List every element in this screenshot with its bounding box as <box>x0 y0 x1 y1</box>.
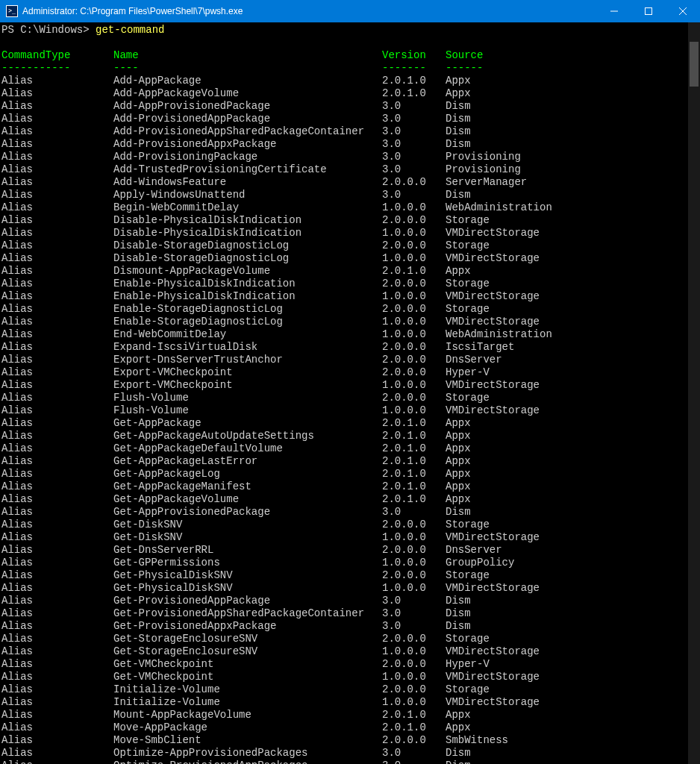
cell-version: 2.0.0.0 <box>382 519 446 531</box>
cell-version: 1.0.0.0 <box>382 201 446 214</box>
terminal-area[interactable]: PS C:\Windows> get-command CommandTypeNa… <box>0 22 700 764</box>
table-row: AliasMount-AppPackageVolume2.0.1.0Appx <box>1 709 700 721</box>
header-underline: ---------------------------- <box>1 62 700 75</box>
cell-type: Alias <box>1 379 113 392</box>
table-row: AliasGet-ProvisionedAppPackage3.0Dism <box>1 595 700 607</box>
cell-source: WebAdministration <box>446 201 552 214</box>
cell-source: VMDirectStorage <box>446 696 540 709</box>
cell-name: Get-PhysicalDiskSNV <box>113 582 382 595</box>
cell-name: Expand-IscsiVirtualDisk <box>113 341 382 354</box>
cell-source: Hyper-V <box>446 658 490 671</box>
cell-version: 2.0.0.0 <box>382 544 446 557</box>
cell-name: Get-DiskSNV <box>113 519 382 531</box>
table-row: AliasOptimize-ProvisionedAppPackages3.0D… <box>1 760 700 764</box>
table-row: AliasGet-DnsServerRRL2.0.0.0DnsServer <box>1 544 700 557</box>
cell-type: Alias <box>1 201 113 214</box>
cell-name: Optimize-ProvisionedAppPackages <box>113 760 382 764</box>
vertical-scrollbar[interactable] <box>688 22 700 764</box>
cell-type: Alias <box>1 75 113 87</box>
table-row: AliasExport-VMCheckpoint2.0.0.0Hyper-V <box>1 366 700 379</box>
cell-source: Dism <box>446 506 471 519</box>
cell-version: 2.0.0.0 <box>382 303 446 316</box>
cell-type: Alias <box>1 278 113 290</box>
cell-version: 2.0.1.0 <box>382 493 446 506</box>
cell-type: Alias <box>1 151 113 163</box>
cell-source: Dism <box>446 113 471 125</box>
cell-name: Move-AppPackage <box>113 721 382 734</box>
header-source: Source <box>446 49 483 62</box>
cell-name: Get-AppPackageLastError <box>113 455 382 468</box>
cell-source: Storage <box>446 278 490 290</box>
cell-source: VMDirectStorage <box>446 252 540 265</box>
cell-type: Alias <box>1 290 113 303</box>
cell-type: Alias <box>1 303 113 316</box>
cell-version: 2.0.1.0 <box>382 75 446 87</box>
cell-type: Alias <box>1 633 113 645</box>
cell-type: Alias <box>1 316 113 328</box>
table-row: AliasExport-VMCheckpoint1.0.0.0VMDirectS… <box>1 379 700 392</box>
cell-type: Alias <box>1 265 113 278</box>
cell-name: Get-PhysicalDiskSNV <box>113 569 382 582</box>
table-row: AliasOptimize-AppProvisionedPackages3.0D… <box>1 747 700 760</box>
cell-version: 2.0.1.0 <box>382 455 446 468</box>
cell-name: Get-ProvisionedAppxPackage <box>113 620 382 633</box>
cell-version: 2.0.0.0 <box>382 341 446 354</box>
cell-name: Get-AppPackageAutoUpdateSettings <box>113 430 382 442</box>
table-row: AliasDismount-AppPackageVolume2.0.1.0App… <box>1 265 700 278</box>
cell-version: 1.0.0.0 <box>382 582 446 595</box>
cell-type: Alias <box>1 468 113 480</box>
cell-version: 3.0 <box>382 138 446 151</box>
table-row: AliasFlush-Volume2.0.0.0Storage <box>1 392 700 404</box>
table-row: AliasDisable-PhysicalDiskIndication2.0.0… <box>1 214 700 227</box>
cell-name: Enable-StorageDiagnosticLog <box>113 316 382 328</box>
table-row: AliasFlush-Volume1.0.0.0VMDirectStorage <box>1 404 700 417</box>
cell-version: 3.0 <box>382 595 446 607</box>
table-row: AliasGet-AppPackageVolume2.0.1.0Appx <box>1 493 700 506</box>
table-row: AliasExpand-IscsiVirtualDisk2.0.0.0Iscsi… <box>1 341 700 354</box>
cell-version: 2.0.0.0 <box>382 734 446 747</box>
cell-type: Alias <box>1 341 113 354</box>
cell-type: Alias <box>1 493 113 506</box>
table-row: AliasGet-AppPackageLastError2.0.1.0Appx <box>1 455 700 468</box>
table-row: AliasAdd-AppPackageVolume2.0.1.0Appx <box>1 87 700 100</box>
table-row: AliasEnable-StorageDiagnosticLog2.0.0.0S… <box>1 303 700 316</box>
cell-name: Apply-WindowsUnattend <box>113 189 382 201</box>
cell-type: Alias <box>1 328 113 341</box>
cell-source: Appx <box>446 265 471 278</box>
window-titlebar[interactable]: Administrator: C:\Program Files\PowerShe… <box>0 0 700 22</box>
minimize-button[interactable] <box>597 0 631 22</box>
cell-name: Add-AppProvisionedPackage <box>113 100 382 113</box>
table-row: AliasGet-AppPackageLog2.0.1.0Appx <box>1 468 700 480</box>
table-row: AliasAdd-AppPackage2.0.1.0Appx <box>1 75 700 87</box>
cell-source: Storage <box>446 214 490 227</box>
table-row: AliasGet-AppPackage2.0.1.0Appx <box>1 417 700 430</box>
cell-name: Get-AppPackageManifest <box>113 480 382 493</box>
cell-version: 3.0 <box>382 125 446 138</box>
cell-source: WebAdministration <box>446 328 552 341</box>
table-row: AliasGet-AppPackageManifest2.0.1.0Appx <box>1 480 700 493</box>
cell-type: Alias <box>1 506 113 519</box>
close-button[interactable] <box>666 0 700 22</box>
cell-name: Get-GPPermissions <box>113 557 382 569</box>
header-type: CommandType <box>1 49 113 62</box>
cell-type: Alias <box>1 455 113 468</box>
table-row: AliasGet-PhysicalDiskSNV2.0.0.0Storage <box>1 569 700 582</box>
cell-version: 2.0.1.0 <box>382 442 446 455</box>
cell-source: Appx <box>446 480 471 493</box>
table-row: AliasInitialize-Volume2.0.0.0Storage <box>1 683 700 696</box>
cell-version: 1.0.0.0 <box>382 404 446 417</box>
cell-version: 3.0 <box>382 760 446 764</box>
scrollbar-thumb[interactable] <box>690 42 699 87</box>
cell-name: Initialize-Volume <box>113 696 382 709</box>
cell-type: Alias <box>1 671 113 683</box>
cell-source: IscsiTarget <box>446 341 514 354</box>
cell-source: Storage <box>446 519 490 531</box>
cell-type: Alias <box>1 366 113 379</box>
maximize-button[interactable] <box>631 0 666 22</box>
cell-version: 2.0.0.0 <box>382 392 446 404</box>
cell-source: Appx <box>446 468 471 480</box>
cell-type: Alias <box>1 163 113 176</box>
cell-name: Flush-Volume <box>113 392 382 404</box>
cell-name: Enable-PhysicalDiskIndication <box>113 290 382 303</box>
cell-type: Alias <box>1 760 113 764</box>
